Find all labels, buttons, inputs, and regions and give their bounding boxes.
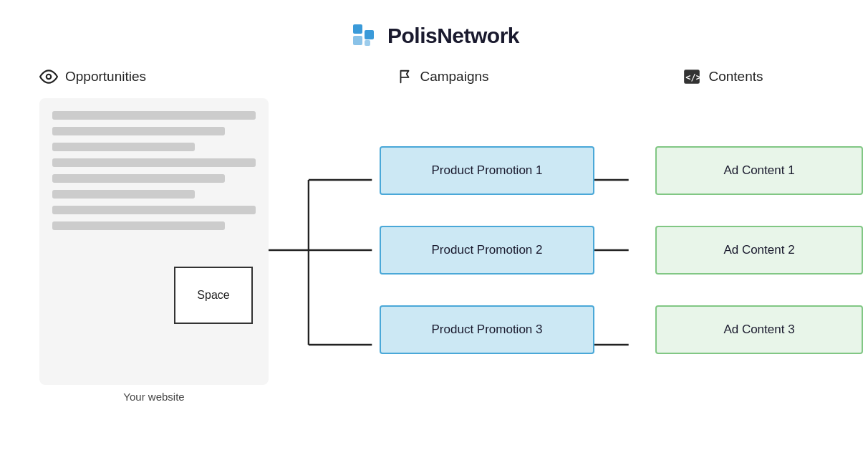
campaign-label-1: Product Promotion 1 (432, 163, 543, 178)
col-label-opportunities: Opportunities (39, 67, 269, 86)
website-mockup: Space (39, 98, 269, 385)
space-label: Space (197, 289, 229, 302)
logo-text: PolisNetwork (387, 24, 519, 48)
content-label-3: Ad Content 3 (723, 323, 794, 337)
mock-line-4 (52, 158, 256, 167)
header: PolisNetwork (0, 0, 868, 52)
col-label-campaigns: Campaigns (332, 69, 554, 85)
campaign-label-3: Product Promotion 3 (432, 323, 543, 337)
diagram-inner: Product Promotion 1 Product Promotion 2 … (269, 107, 829, 393)
website-label: Your website (123, 391, 184, 403)
mock-line-6 (52, 190, 195, 199)
campaign-box-2[interactable]: Product Promotion 2 (380, 226, 594, 275)
mock-line-1 (52, 111, 256, 120)
svg-rect-0 (353, 24, 362, 34)
content-label-2: Ad Content 2 (723, 243, 794, 257)
columns-row: Opportunities Campaigns </> Contents (0, 52, 868, 86)
contents-label: Contents (708, 69, 763, 85)
svg-rect-1 (353, 36, 362, 45)
campaign-box-3[interactable]: Product Promotion 3 (380, 305, 594, 354)
content-box-1[interactable]: Ad Content 1 (655, 146, 863, 195)
code-icon: </> (683, 67, 701, 86)
mock-line-7 (52, 206, 256, 214)
mock-line-8 (52, 221, 225, 230)
mock-line-3 (52, 143, 195, 151)
content-box-3[interactable]: Ad Content 3 (655, 305, 863, 354)
content-box-2[interactable]: Ad Content 2 (655, 226, 863, 275)
campaign-label-2: Product Promotion 2 (432, 243, 543, 257)
opportunities-label: Opportunities (65, 69, 146, 85)
eye-icon (39, 67, 58, 86)
svg-text:</>: </> (686, 72, 702, 82)
mock-line-5 (52, 174, 225, 183)
campaign-box-1[interactable]: Product Promotion 1 (380, 146, 594, 195)
campaigns-label: Campaigns (420, 69, 488, 85)
col-label-contents: </> Contents (617, 67, 829, 86)
space-box: Space (174, 267, 253, 324)
content-label-1: Ad Content 1 (723, 163, 794, 178)
mock-line-2 (52, 127, 225, 135)
diagram: Space Your website (0, 86, 868, 401)
svg-point-4 (47, 75, 52, 80)
svg-rect-2 (365, 30, 374, 39)
logo-icon (349, 20, 380, 52)
flag-icon (397, 69, 413, 85)
svg-rect-3 (365, 40, 370, 46)
